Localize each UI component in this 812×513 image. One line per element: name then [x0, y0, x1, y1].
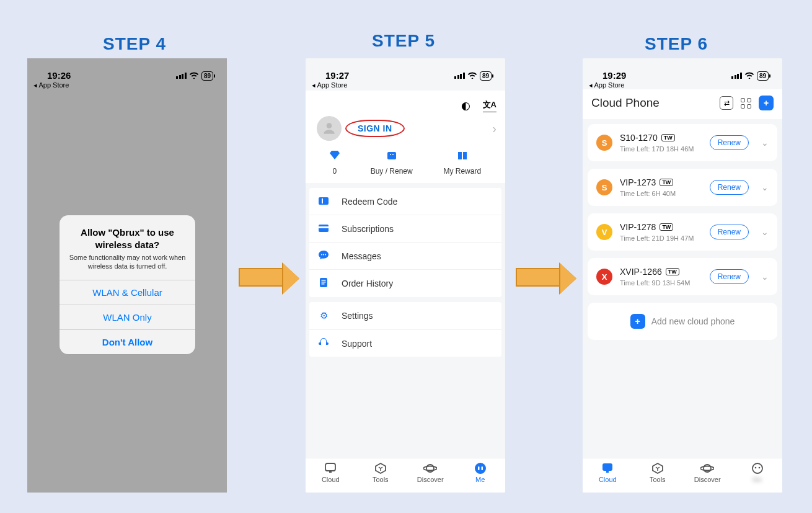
tab-tools[interactable]: Tools: [356, 458, 406, 493]
chevron-down-icon[interactable]: ⌄: [761, 272, 769, 282]
swap-icon[interactable]: ⇄: [720, 96, 733, 110]
clock: 19:29: [602, 70, 626, 81]
tools-icon: [356, 462, 406, 476]
device-name: XVIP-1266: [620, 267, 662, 277]
dark-mode-icon[interactable]: ◐: [461, 99, 470, 112]
svg-point-12: [323, 254, 324, 256]
chevron-down-icon[interactable]: ⌄: [761, 138, 769, 148]
renew-button[interactable]: Renew: [710, 135, 749, 150]
svg-point-13: [325, 254, 326, 256]
wireless-data-dialog: Allow "Qbrux" to use wireless data? Some…: [60, 215, 195, 354]
dialog-title: Allow "Qbrux" to use wireless data?: [68, 226, 187, 251]
messages-row[interactable]: Messages: [309, 243, 501, 270]
svg-rect-26: [602, 463, 612, 471]
svg-rect-1: [387, 152, 396, 159]
device-card[interactable]: XXVIP-1266TWTime Left: 9D 13H 54MRenew⌄: [588, 258, 777, 295]
subscriptions-row[interactable]: Subscriptions: [309, 215, 501, 243]
device-name: VIP-1278: [620, 222, 656, 232]
renew-button[interactable]: Renew: [710, 180, 749, 195]
wlan-only-button[interactable]: WLAN Only: [60, 305, 195, 329]
device-card[interactable]: SS10-1270TWTime Left: 17D 18H 46MRenew⌄: [588, 124, 777, 161]
redeem-code-row[interactable]: Redeem Code: [309, 188, 501, 215]
sign-in-row[interactable]: SIGN IN ›: [314, 116, 496, 141]
status-bar: 19:29 89: [583, 58, 782, 82]
svg-rect-17: [322, 283, 325, 285]
tab-cloud[interactable]: Cloud: [306, 458, 356, 493]
tab-cloud[interactable]: Cloud: [583, 458, 633, 493]
tab-discover[interactable]: Discover: [682, 458, 733, 493]
phone-step-4: 19:26 89 ◂ App Store Allow "Qbrux" to us…: [27, 58, 227, 493]
region-badge: TW: [660, 223, 673, 231]
svg-rect-8: [322, 199, 323, 203]
cloud-icon: [583, 462, 633, 476]
add-cloud-phone-card[interactable]: +Add new cloud phone: [588, 303, 777, 340]
svg-rect-16: [322, 282, 326, 283]
add-button[interactable]: +: [759, 96, 774, 110]
tab-me[interactable]: Me: [456, 458, 506, 493]
svg-rect-27: [606, 471, 609, 473]
signal-icon: [454, 73, 465, 79]
document-icon: [318, 278, 329, 289]
battery-icon: 89: [757, 71, 769, 81]
settings-row[interactable]: ⚙Settings: [309, 302, 501, 330]
device-list: SS10-1270TWTime Left: 17D 18H 46MRenew⌄S…: [583, 119, 782, 345]
language-icon[interactable]: 文A: [483, 99, 496, 112]
tab-discover[interactable]: Discover: [405, 458, 456, 493]
discover-icon: [405, 462, 456, 476]
order-history-row[interactable]: Order History: [309, 270, 501, 297]
battery-icon: 89: [480, 71, 492, 81]
my-reward-button[interactable]: My Reward: [443, 151, 481, 176]
svg-rect-15: [322, 280, 326, 281]
back-to-appstore[interactable]: ◂ App Store: [306, 81, 505, 89]
device-card[interactable]: SVIP-1273TWTime Left: 6H 40MRenew⌄: [588, 169, 777, 206]
svg-point-23: [475, 463, 486, 474]
chevron-down-icon[interactable]: ⌄: [761, 182, 769, 192]
svg-rect-24: [478, 466, 480, 470]
wlan-cellular-button[interactable]: WLAN & Cellular: [60, 280, 195, 305]
renew-button[interactable]: Renew: [710, 225, 749, 239]
device-badge: S: [596, 135, 612, 151]
card-icon: [318, 223, 329, 234]
battery-icon: 89: [201, 71, 213, 81]
sign-in-button[interactable]: SIGN IN: [345, 120, 405, 137]
back-to-appstore[interactable]: ◂ App Store: [27, 81, 227, 89]
grid-view-icon[interactable]: [741, 98, 751, 109]
page-title: Cloud Phone: [591, 96, 660, 110]
wifi-icon: [744, 71, 754, 81]
plus-icon: +: [630, 314, 645, 329]
svg-point-0: [327, 123, 332, 128]
time-left: Time Left: 17D 18H 46M: [620, 145, 702, 153]
buy-renew-button[interactable]: Buy / Renew: [371, 151, 413, 176]
svg-point-11: [321, 254, 322, 256]
device-card[interactable]: VVIP-1278TWTime Left: 21D 19H 47MRenew⌄: [588, 213, 777, 251]
svg-rect-18: [325, 463, 335, 471]
status-bar: 19:26 89: [27, 58, 227, 82]
dont-allow-button[interactable]: Don't Allow: [60, 329, 195, 354]
me-icon: [456, 462, 506, 476]
chevron-down-icon[interactable]: ⌄: [761, 227, 769, 237]
tab-tools[interactable]: Tools: [633, 458, 683, 493]
clock: 19:27: [325, 70, 349, 81]
signal-icon: [731, 73, 742, 79]
tab-bar: Cloud Tools Discover Me: [306, 458, 505, 493]
svg-rect-7: [319, 197, 329, 205]
support-row[interactable]: Support: [309, 330, 501, 357]
wifi-icon: [467, 71, 477, 81]
diamonds-button[interactable]: 0: [330, 151, 340, 176]
svg-point-30: [700, 466, 714, 471]
diamond-count: 0: [330, 167, 340, 176]
signal-icon: [176, 73, 187, 79]
diamond-icon: [330, 151, 340, 164]
svg-rect-6: [462, 152, 463, 159]
menu-card-2: ⚙Settings Support: [309, 302, 501, 357]
device-badge: X: [596, 269, 612, 285]
profile-header: ◐ 文A SIGN IN › 0 Buy / Renew: [306, 91, 505, 183]
chevron-right-icon: ›: [492, 122, 496, 136]
chat-icon: [318, 251, 329, 261]
device-name: VIP-1273: [620, 177, 656, 187]
region-badge: TW: [660, 179, 673, 186]
tab-me[interactable]: Me: [733, 458, 783, 493]
renew-button[interactable]: Renew: [710, 269, 749, 284]
back-to-appstore[interactable]: ◂ App Store: [583, 81, 782, 89]
gear-icon: ⚙: [318, 310, 329, 321]
